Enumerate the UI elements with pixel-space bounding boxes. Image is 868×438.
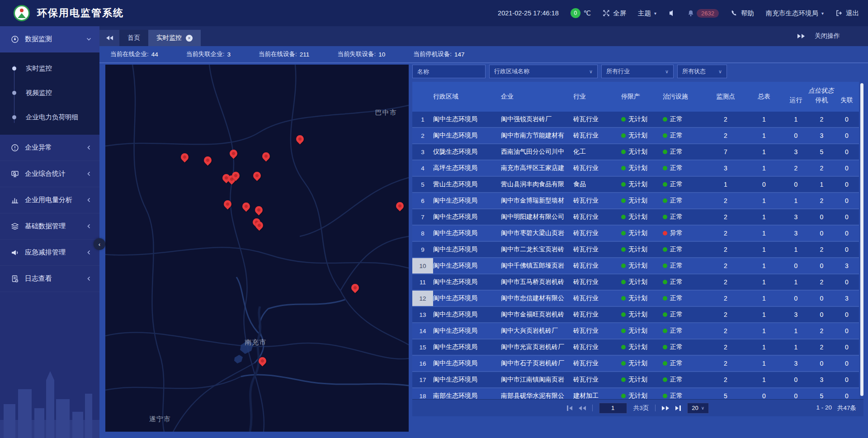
table-row[interactable]: 17阆中生态环境局阆中市江南镇阆南页岩砖瓦行业无计划正常21030 [412, 372, 859, 388]
table-row[interactable]: 2阆中生态环境局阆中市南方节能建材有砖瓦行业无计划正常21030 [412, 128, 859, 144]
cell-monitor-points: 3 [706, 165, 745, 172]
cell-industry: 砖瓦行业 [573, 359, 621, 367]
next-page-button[interactable] [662, 406, 669, 410]
cell-running: 1 [783, 327, 809, 334]
cell-company: 营山县润丰肉食品有限 [501, 180, 573, 188]
table-row[interactable]: 14阆中生态环境局阆中大兴页岩机砖厂砖瓦行业无计划正常21120 [412, 323, 859, 339]
sidebar-item-0[interactable]: 数据监测 [0, 26, 99, 52]
page-size-select[interactable]: 20∨ [687, 403, 709, 414]
table-row[interactable]: 18南部生态环境局南部县砚华水泥有限公建材加工无计划正常50050 [412, 388, 859, 399]
fullscreen-button[interactable]: 全屏 [603, 9, 626, 18]
cell-total-meters: 1 [745, 360, 783, 367]
notifications-button[interactable]: 2632 [687, 9, 719, 18]
tabs-scroll-left-button[interactable] [99, 30, 119, 46]
cell-monitor-points: 2 [706, 344, 745, 351]
cell-industry: 砖瓦行业 [573, 213, 621, 221]
chevron-down-icon: ∨ [665, 69, 669, 75]
sidebar-subitem[interactable]: 视频监控 [0, 80, 99, 105]
filter-row: 行政区域名称∨ 所有行业∨ 所有状态∨ [412, 65, 863, 78]
table-row[interactable]: 9阆中生态环境局阆中市二龙长宝页岩砖砖瓦行业无计划正常21120 [412, 242, 859, 258]
cell-offline: 0 [835, 230, 859, 237]
table-scrollbar[interactable] [860, 83, 863, 396]
sidebar-item-4[interactable]: 基础数据管理 [0, 213, 99, 240]
tab-首页[interactable]: 首页 [119, 30, 148, 46]
status-dot-icon [621, 296, 626, 301]
cell-running: 3 [783, 213, 809, 221]
table-row[interactable]: 4高坪生态环境局南充市高坪区王家店建砖瓦行业无计划正常31220 [412, 160, 859, 177]
status-dot-icon [663, 133, 667, 138]
first-page-button[interactable] [567, 405, 572, 411]
logout-button[interactable]: 退出 [835, 9, 859, 18]
stat-value: 3 [227, 51, 231, 58]
chevron-left-icon [86, 250, 91, 255]
table-row[interactable]: 6阆中生态环境局阆中市金博瑞新型墙材砖瓦行业无计划正常21120 [412, 193, 859, 209]
status-dot-icon [621, 377, 626, 382]
tab-close-icon[interactable]: × [186, 35, 193, 42]
cell-region: 阆中生态环境局 [433, 294, 501, 302]
cell-industry: 建材加工 [573, 392, 621, 399]
chevron-left-icon [86, 276, 91, 281]
close-operations-dropdown[interactable]: 关闭操作 [815, 32, 840, 40]
cell-region: 阆中生态环境局 [433, 359, 501, 367]
cell-total-meters: 1 [745, 197, 783, 204]
table-row[interactable]: 13阆中生态环境局阆中市金福旺页岩机砖砖瓦行业无计划正常21300 [412, 307, 859, 323]
sidebar-item-2[interactable]: 企业综合统计 [0, 161, 99, 187]
industry-filter-select[interactable]: 所有行业∨ [601, 65, 674, 78]
mute-button[interactable] [668, 9, 675, 17]
cell-stopped: 2 [809, 197, 835, 204]
table-row[interactable]: 1阆中生态环境局阆中强锐页岩砖厂砖瓦行业无计划正常21120 [412, 112, 859, 128]
sidebar-subitem[interactable]: 企业电力负荷明细 [0, 105, 99, 129]
cell-production-limit: 无计划 [621, 392, 663, 399]
status-dot-icon [621, 394, 626, 398]
table-row[interactable]: 3仪陇生态环境局西南油气田分公司川中化工无计划正常71350 [412, 144, 859, 160]
sidebar-item-6[interactable]: 日志查看 [0, 266, 99, 292]
organization-dropdown[interactable]: 南充市生态环境局 ▾ [766, 9, 824, 18]
tab-label: 首页 [127, 34, 140, 42]
cell-industry: 砖瓦行业 [573, 343, 621, 351]
col-group-point-status: 点位状态 [783, 82, 859, 95]
cell-stopped: 2 [809, 278, 835, 286]
sidebar-item-1[interactable]: 企业异常 [0, 135, 99, 161]
table-row[interactable]: 15阆中生态环境局阆中市光富页岩机砖厂砖瓦行业无计划正常21120 [412, 339, 859, 356]
tabs-scroll-right-button[interactable] [797, 34, 805, 38]
cell-total-meters: 1 [745, 376, 783, 383]
cell-industry: 砖瓦行业 [573, 245, 621, 254]
table-row[interactable]: 7阆中生态环境局阆中明阳建材有限公司砖瓦行业无计划正常21300 [412, 209, 859, 226]
sidebar-item-label: 基础数据管理 [25, 222, 66, 231]
region-filter-select[interactable]: 行政区域名称∨ [489, 65, 598, 78]
table-row[interactable]: 12阆中生态环境局阆中市忠信建材有限公砖瓦行业无计划正常21003 [412, 291, 859, 307]
table-row[interactable]: 10阆中生态环境局阆中千佛镇五郎垭页岩砖瓦行业无计划正常21003 [412, 258, 859, 274]
cell-company: 南部县砚华水泥有限公 [501, 392, 573, 399]
name-filter-input[interactable] [412, 65, 486, 78]
cell-monitor-points: 2 [706, 197, 745, 204]
sidebar-item-5[interactable]: 应急减排管理 [0, 240, 99, 266]
cell-offline: 0 [835, 311, 859, 318]
table-row[interactable]: 11阆中生态环境局阆中市五马桥页岩机砖砖瓦行业无计划正常21120 [412, 274, 859, 291]
theme-dropdown[interactable]: 主题 ▾ [638, 9, 656, 18]
cell-total-meters: 1 [745, 278, 783, 286]
cell-company: 阆中大兴页岩机砖厂 [501, 327, 573, 335]
tab-实时监控[interactable]: 实时监控× [148, 30, 201, 46]
sidebar-collapse-button[interactable]: ‹ [94, 238, 105, 250]
cell-company: 阆中市五马桥页岩机砖 [501, 278, 573, 286]
help-button[interactable]: 帮助 [731, 9, 754, 18]
temperature-unit: ℃ [584, 9, 591, 17]
status-filter-select[interactable]: 所有状态∨ [677, 65, 727, 78]
cell-index: 9 [412, 242, 433, 257]
previous-page-button[interactable] [579, 406, 586, 410]
table-row[interactable]: 8阆中生态环境局阆中市枣碧大梁山页岩砖瓦行业无计划异常21300 [412, 226, 859, 242]
sidebar-item-label: 企业综合统计 [25, 170, 66, 178]
map[interactable]: 巴中市南充市遂宁市 [105, 65, 409, 432]
cell-stopped: 0 [809, 311, 835, 318]
sidebar-item-label: 日志查看 [25, 274, 52, 283]
temperature-value: 0 [571, 8, 580, 18]
table-row[interactable]: 5营山生态环境局营山县润丰肉食品有限食品无计划正常10010 [412, 177, 859, 193]
cell-region: 南部生态环境局 [433, 392, 501, 399]
cell-production-limit: 无计划 [621, 115, 663, 123]
page-number-input[interactable] [599, 403, 627, 414]
sidebar-item-3[interactable]: 企业用电量分析 [0, 187, 99, 213]
sidebar-subitem[interactable]: 实时监控 [0, 56, 99, 80]
table-row[interactable]: 16阆中生态环境局阆中市石子页岩机砖厂砖瓦行业无计划正常21300 [412, 356, 859, 372]
cell-region: 阆中生态环境局 [433, 245, 501, 254]
last-page-button[interactable] [675, 405, 681, 411]
